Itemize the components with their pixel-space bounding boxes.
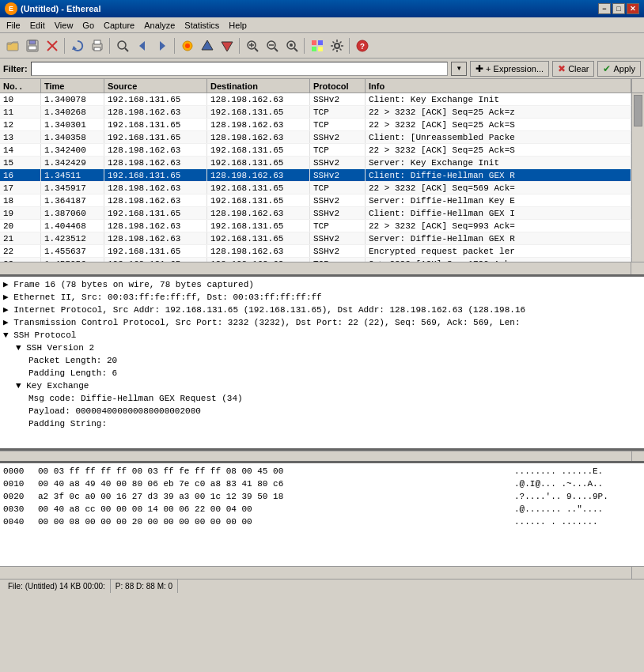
svg-marker-6 bbox=[72, 46, 77, 50]
packet-cell-src: 192.168.131.65 bbox=[104, 245, 207, 257]
svg-point-32 bbox=[335, 43, 339, 48]
packet-row[interactable]: 18 1.364187 128.198.162.63 192.168.131.6… bbox=[0, 194, 631, 207]
expression-button[interactable]: ✚ + Expression... bbox=[470, 61, 549, 77]
packet-cell-proto: SSHv2 bbox=[310, 245, 366, 257]
open-button[interactable] bbox=[3, 36, 22, 55]
packet-cell-proto: TCP bbox=[310, 144, 366, 156]
reload-button[interactable] bbox=[68, 36, 87, 55]
packet-list-body[interactable]: 10 1.340078 192.168.131.65 128.198.162.6… bbox=[0, 93, 631, 262]
packet-cell-proto: SSHv2 bbox=[310, 169, 366, 181]
col-header-destination[interactable]: Destination bbox=[207, 79, 310, 92]
packet-cell-info: Encrypted request packet ler bbox=[366, 245, 631, 257]
packet-row[interactable]: 13 1.340358 192.168.131.65 128.198.162.6… bbox=[0, 131, 631, 144]
packet-cell-time: 1.340301 bbox=[41, 119, 104, 130]
toolbar-sep4 bbox=[239, 38, 241, 54]
packet-row[interactable]: 22 1.455637 192.168.131.65 128.198.162.6… bbox=[0, 245, 631, 258]
hex-ascii: ...... . ....... bbox=[514, 515, 641, 528]
filter-input[interactable] bbox=[31, 62, 449, 76]
menu-statistics[interactable]: Statistics bbox=[180, 17, 224, 32]
packet-row[interactable]: 19 1.387060 192.168.131.65 128.198.162.6… bbox=[0, 207, 631, 220]
packet-h-scrollbar[interactable] bbox=[0, 262, 644, 274]
menu-edit[interactable]: Edit bbox=[25, 17, 50, 32]
hex-row: 0030 00 40 a8 cc 00 00 00 14 00 06 22 00… bbox=[3, 503, 641, 515]
detail-h-scrollbar[interactable] bbox=[0, 451, 644, 463]
svg-text:?: ? bbox=[360, 43, 365, 51]
col-header-protocol[interactable]: Protocol bbox=[310, 79, 366, 92]
packet-cell-proto: SSHv2 bbox=[310, 232, 366, 244]
packet-cell-no: 13 bbox=[0, 131, 41, 143]
hex-row: 0040 00 00 08 00 00 00 20 00 00 00 00 00… bbox=[3, 515, 641, 528]
svg-rect-9 bbox=[94, 47, 100, 51]
packet-row[interactable]: 20 1.404468 128.198.162.63 192.168.131.6… bbox=[0, 220, 631, 232]
hex-ascii: .?....'.. 9....9P. bbox=[514, 490, 641, 503]
back-button[interactable] bbox=[133, 36, 152, 55]
zoom-out-button[interactable] bbox=[263, 36, 282, 55]
filter-dropdown-button[interactable]: ▼ bbox=[451, 62, 467, 76]
col-header-info[interactable]: Info bbox=[366, 79, 631, 92]
print-button[interactable] bbox=[88, 36, 107, 55]
close-capture-button[interactable] bbox=[43, 36, 62, 55]
packet-cell-info: 22 > 3232 [ACK] Seq=25 Ack=z bbox=[366, 106, 631, 118]
packet-cell-dst: 192.168.131.65 bbox=[207, 194, 310, 206]
packet-cell-dst: 128.198.162.63 bbox=[207, 245, 310, 257]
start-capture-button[interactable] bbox=[178, 36, 197, 55]
normal-size-button[interactable] bbox=[282, 36, 301, 55]
packet-cell-dst: 128.198.162.63 bbox=[207, 93, 310, 105]
colorize-button[interactable] bbox=[308, 36, 327, 55]
menu-help[interactable]: Help bbox=[224, 17, 252, 32]
forward-button[interactable] bbox=[153, 36, 172, 55]
svg-line-27 bbox=[294, 48, 297, 51]
packet-cell-time: 1.34511 bbox=[41, 169, 104, 181]
menu-analyze[interactable]: Analyze bbox=[139, 17, 180, 32]
menu-capture[interactable]: Capture bbox=[99, 17, 139, 32]
packet-row[interactable]: 16 1.34511 192.168.131.65 128.198.162.63… bbox=[0, 169, 631, 182]
zoom-in-button[interactable] bbox=[243, 36, 262, 55]
apply-icon: ✔ bbox=[603, 63, 611, 74]
toolbar: ? bbox=[0, 33, 644, 59]
apply-button[interactable]: ✔ Apply bbox=[597, 61, 641, 77]
packet-cell-time: 1.404468 bbox=[41, 220, 104, 232]
packet-row[interactable]: 11 1.340268 128.198.162.63 192.168.131.6… bbox=[0, 106, 631, 119]
packet-cell-info: Server: Diffie-Hellman GEX R bbox=[366, 232, 631, 244]
hex-offset: 0000 bbox=[3, 465, 35, 478]
help-button[interactable]: ? bbox=[353, 36, 372, 55]
minimize-button[interactable]: − bbox=[598, 3, 611, 14]
packet-cell-info: Client: [Unreassembled Packe bbox=[366, 131, 631, 143]
stop-capture-button[interactable] bbox=[198, 36, 217, 55]
packet-cell-src: 128.198.162.63 bbox=[104, 194, 207, 206]
packet-row[interactable]: 12 1.340301 192.168.131.65 128.198.162.6… bbox=[0, 119, 631, 131]
col-header-no[interactable]: No. . bbox=[0, 79, 41, 92]
find-button[interactable] bbox=[113, 36, 132, 55]
svg-line-11 bbox=[125, 48, 128, 51]
svg-line-24 bbox=[275, 48, 278, 51]
packet-cell-no: 19 bbox=[0, 207, 41, 219]
packet-cell-dst: 192.168.131.65 bbox=[207, 232, 310, 244]
packet-row[interactable]: 14 1.342400 128.198.162.63 192.168.131.6… bbox=[0, 144, 631, 157]
save-button[interactable] bbox=[23, 36, 42, 55]
hex-h-scrollbar[interactable] bbox=[0, 566, 644, 579]
packet-cell-src: 192.168.131.65 bbox=[104, 131, 207, 143]
packet-row[interactable]: 15 1.342429 128.198.162.63 192.168.131.6… bbox=[0, 157, 631, 169]
packet-row[interactable]: 10 1.340078 192.168.131.65 128.198.162.6… bbox=[0, 93, 631, 106]
packet-list-scrollbar[interactable] bbox=[631, 93, 644, 262]
svg-marker-16 bbox=[202, 40, 213, 50]
svg-marker-12 bbox=[139, 41, 145, 51]
status-file: File: (Untitled) 14 KB 00:00: bbox=[3, 580, 111, 593]
hex-pane[interactable]: 0000 00 03 ff ff ff ff 00 03 ff fe ff ff… bbox=[0, 463, 644, 566]
clear-button[interactable]: ✖ Clear bbox=[552, 61, 594, 77]
packet-row[interactable]: 21 1.423512 128.198.162.63 192.168.131.6… bbox=[0, 232, 631, 245]
packet-row[interactable]: 17 1.345917 128.198.162.63 192.168.131.6… bbox=[0, 182, 631, 194]
close-button[interactable]: ✕ bbox=[627, 3, 639, 14]
detail-pane[interactable]: ▶ Frame 16 (78 bytes on wire, 78 bytes c… bbox=[0, 277, 644, 451]
col-header-source[interactable]: Source bbox=[104, 79, 207, 92]
restart-capture-button[interactable] bbox=[218, 36, 237, 55]
col-header-time[interactable]: Time bbox=[41, 79, 104, 92]
detail-row: Payload: 000004000000080000002000 bbox=[3, 405, 641, 417]
menu-file[interactable]: File bbox=[2, 17, 25, 32]
packet-cell-proto: TCP bbox=[310, 220, 366, 232]
menu-view[interactable]: View bbox=[50, 17, 78, 32]
preferences-button[interactable] bbox=[328, 36, 347, 55]
packet-cell-src: 128.198.162.63 bbox=[104, 106, 207, 118]
menu-go[interactable]: Go bbox=[78, 17, 99, 32]
restore-button[interactable]: □ bbox=[612, 3, 625, 14]
